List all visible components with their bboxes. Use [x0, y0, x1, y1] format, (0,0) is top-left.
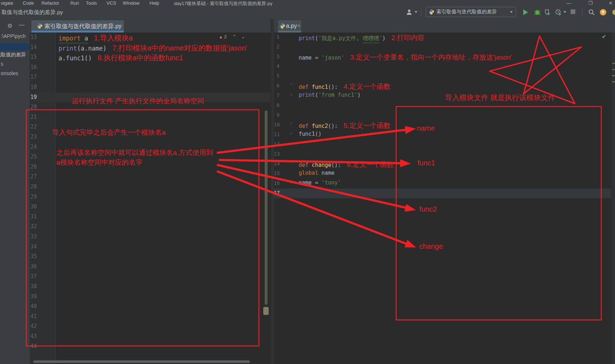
run-coverage-icon[interactable] — [544, 8, 551, 16]
error-stripe[interactable] — [611, 32, 615, 364]
project-item-s[interactable]: s — [1, 61, 3, 67]
project-selected-item[interactable] — [0, 43, 30, 50]
code-line: 35 — [30, 252, 271, 262]
label-func2: func2 — [419, 205, 437, 213]
project-panel[interactable]: ⚙ — :\APP\pych 代取值的差异 s onsoles — [0, 19, 30, 364]
minimize-button[interactable]: — — [564, 0, 573, 6]
code-line: 13 — [274, 150, 611, 159]
tab-right-file[interactable]: a.py ✕ — [278, 20, 301, 32]
code-line: 21 — [30, 112, 271, 122]
code-line: 15a.func1()8.执行模块a中的函数func1 — [30, 52, 271, 62]
maximize-button[interactable]: ❐ — [586, 0, 595, 6]
search-icon[interactable] — [588, 8, 595, 16]
red-inline-annotation: 7.打印模块a中的name对应的数据值'jason' — [112, 44, 247, 52]
code-line: 12 — [274, 140, 611, 150]
breadcrumb[interactable]: 取值与迭代取值的差异.py — [1, 9, 63, 16]
user-dropdown-icon[interactable] — [415, 11, 417, 13]
close-button[interactable]: ✕ — [606, 0, 615, 6]
update-icon[interactable] — [599, 8, 607, 16]
stop-icon[interactable] — [571, 9, 575, 14]
line-number: 19 — [30, 94, 37, 100]
code-line: 18 — [30, 82, 271, 92]
code-text: name = 'jason'3.定义一个变量名，指向一个内存地址，存放这'jas… — [299, 53, 512, 62]
code-line: 37 — [30, 272, 271, 282]
menu-vcs[interactable]: VCS — [107, 0, 116, 6]
left-editor-vscroll-mark[interactable] — [263, 307, 269, 315]
line-number: 12 — [274, 141, 280, 147]
code-line: 6▿def func1():4.定义一个函数 — [274, 81, 611, 91]
line-number: 22 — [30, 124, 37, 130]
line-number: 42 — [30, 323, 37, 329]
fold-start-icon[interactable]: ▿ — [290, 82, 293, 87]
red-inline-annotation: 4.定义一个函数 — [343, 83, 390, 90]
menu-navigate[interactable]: vigate — [1, 0, 13, 6]
code-line: 38 — [30, 282, 271, 292]
line-number: 3 — [274, 53, 280, 59]
inspection-widget[interactable]: ▲ 2 ⌃ ⌄ — [219, 34, 245, 39]
main-toolbar: 取值与迭代取值的差异.py 索引取值与迭代取值的差异 — [0, 6, 615, 19]
line-number: 18 — [30, 84, 37, 90]
line-number: 29 — [30, 194, 37, 200]
menu-help[interactable]: Help — [150, 0, 159, 6]
line-number: 33 — [30, 233, 37, 240]
fold-end-icon[interactable]: ▵ — [290, 92, 293, 96]
line-number: 17 — [274, 190, 280, 196]
left-editor-vscrollbar[interactable] — [265, 110, 268, 305]
menu-bar: vigate Code Refactor Run Tools VCS Windo… — [0, 0, 615, 6]
gear-icon[interactable]: ⚙ — [7, 22, 12, 29]
code-line: 17 — [30, 72, 271, 82]
warning-icon: ▲ — [219, 35, 223, 39]
line-number: 40 — [30, 303, 37, 309]
code-line: 40 — [30, 302, 271, 312]
user-icon[interactable] — [406, 8, 413, 16]
project-item-module[interactable]: 代取值的差异 — [0, 52, 26, 58]
hide-panel-icon[interactable]: — — [19, 22, 25, 28]
left-tab-strip: 索引取值与迭代取值的差异.py ✕ — [30, 19, 271, 32]
menu-refactor[interactable]: Refactor — [42, 0, 59, 6]
menu-run[interactable]: Run — [70, 0, 79, 6]
edge-icon[interactable] — [612, 8, 615, 16]
close-tab-icon[interactable]: ✕ — [297, 23, 301, 29]
label-name: name — [417, 124, 435, 133]
red-inline-annotation: 6.定义一个函数 — [347, 161, 394, 168]
inspections-ok-icon[interactable]: ✔ — [602, 33, 606, 40]
tab-left-file[interactable]: 索引取值与迭代取值的差异.py ✕ — [31, 20, 124, 32]
red-inline-annotation: 3.定义一个变量名，指向一个内存地址，存放这'jason' — [350, 53, 512, 61]
next-warning-icon[interactable]: ⌄ — [241, 34, 245, 39]
profiler-caret-icon[interactable] — [563, 11, 566, 13]
fold-end-icon[interactable]: ▵ — [290, 131, 293, 135]
line-number: 10 — [274, 122, 280, 127]
tab-title: 索引取值与迭代取值的差异.py — [44, 23, 121, 30]
left-editor[interactable]: 13import a1.导入模块a14print(a.name)7.打印模块a中… — [30, 32, 271, 364]
line-number: 41 — [30, 313, 37, 320]
fold-start-icon[interactable]: ▿ — [290, 160, 293, 165]
fold-start-icon[interactable]: ▿ — [290, 121, 293, 126]
line-number: 14 — [274, 161, 280, 166]
code-text: print('我是a.py文件, 嘿嘿嘿')2.打印内容 — [299, 33, 424, 43]
code-line: 31 — [30, 212, 271, 222]
run-config-label: 索引取值与迭代取值的差异 — [436, 9, 497, 15]
code-line: 9 — [274, 110, 611, 120]
line-number: 43 — [30, 333, 37, 339]
code-text: name = 'tony' — [299, 179, 341, 186]
right-editor[interactable]: 1print('我是a.py文件, 嘿嘿嘿')2.打印内容23name = 'j… — [274, 32, 615, 364]
prev-warning-icon[interactable]: ⌃ — [232, 34, 236, 39]
code-line: 27 — [30, 172, 271, 182]
run-config-select[interactable]: 索引取值与迭代取值的差异 — [426, 7, 516, 17]
label-func1: func1 — [417, 159, 435, 167]
pycharm-window: vigate Code Refactor Run Tools VCS Windo… — [0, 0, 615, 364]
left-editor-hscrollbar[interactable] — [33, 360, 250, 363]
debug-icon[interactable] — [534, 8, 541, 16]
menu-window[interactable]: Window — [123, 0, 139, 6]
run-icon[interactable] — [523, 9, 528, 15]
menu-code[interactable]: Code — [23, 0, 34, 6]
fold-end-icon[interactable]: ▵ — [290, 179, 293, 184]
project-path-item[interactable]: :\APP\pych — [1, 33, 26, 39]
project-item-consoles[interactable]: onsoles — [1, 70, 18, 76]
current-line-highlight — [274, 188, 611, 198]
menu-tools[interactable]: Tools — [86, 0, 97, 6]
line-number: 36 — [30, 263, 37, 270]
profiler-icon[interactable] — [555, 8, 562, 16]
line-number: 13 — [30, 34, 37, 40]
close-tab-icon[interactable]: ✕ — [118, 23, 122, 29]
